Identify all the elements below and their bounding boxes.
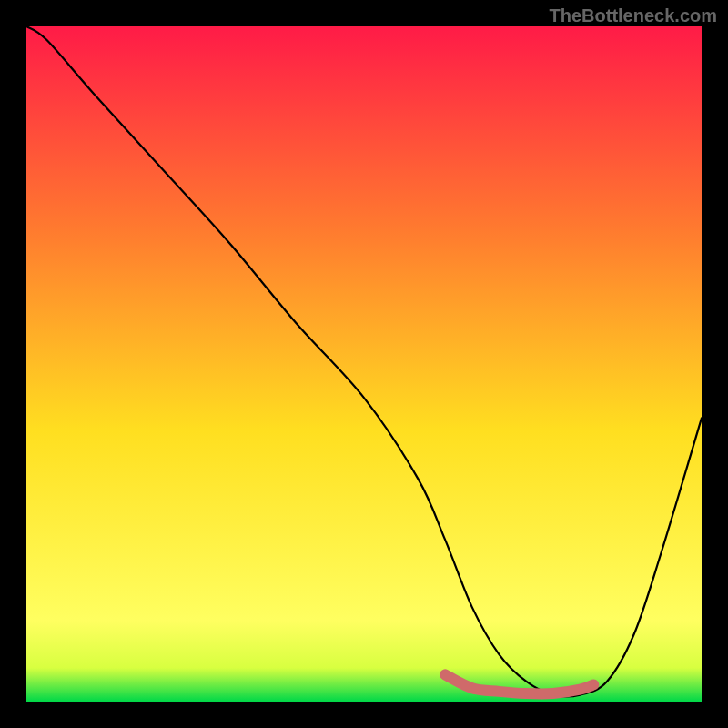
gradient-background	[26, 26, 702, 702]
chart-svg	[26, 26, 702, 702]
attribution-text: TheBottleneck.com	[550, 5, 717, 26]
chart-plot-area	[26, 26, 702, 702]
